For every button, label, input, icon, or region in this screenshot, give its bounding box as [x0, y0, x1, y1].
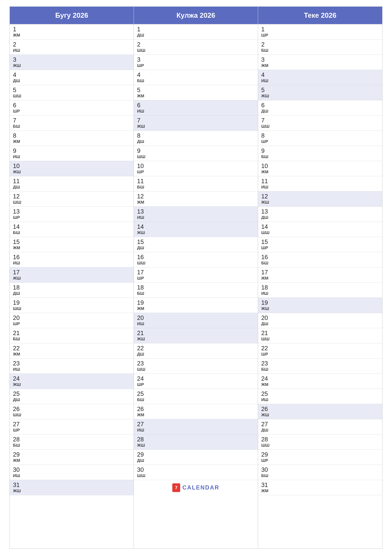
day-label: ШШ [13, 200, 130, 205]
calendar-brand: CALENDAR [134, 480, 258, 495]
day-number: 7 [137, 117, 255, 124]
day-row: 16ШШ [134, 252, 258, 267]
day-number: 8 [261, 132, 379, 139]
day-label: ШШ [261, 230, 379, 235]
day-label: ШР [137, 169, 255, 174]
day-row: 2ШШ [134, 40, 258, 55]
day-label: ЖМ [137, 412, 255, 417]
day-row: 29ШР [258, 450, 382, 465]
day-number: 1 [137, 26, 255, 33]
day-row: 17ЖМ [258, 267, 382, 283]
day-label: ЖШ [13, 276, 130, 281]
day-row: 29ДШ [134, 450, 258, 465]
day-number: 25 [137, 391, 255, 397]
day-label: ЖМ [13, 245, 130, 250]
day-label: ЖМ [261, 169, 379, 174]
day-number: 28 [137, 436, 255, 443]
day-number: 18 [261, 284, 379, 291]
day-number: 13 [137, 208, 255, 215]
day-row: 27ИШ [134, 419, 258, 434]
day-label: ШР [13, 109, 130, 114]
day-number: 10 [261, 163, 379, 169]
day-number: 2 [137, 41, 255, 48]
day-row: 23ШШ [134, 358, 258, 374]
day-label: ИШ [137, 321, 255, 326]
day-label: БШ [13, 336, 130, 341]
day-label: БШ [13, 230, 130, 235]
day-number: 5 [137, 87, 255, 94]
day-label: ЖМ [137, 94, 255, 98]
day-label: ШШ [13, 94, 130, 98]
day-label: ШР [13, 321, 130, 326]
day-number: 10 [137, 163, 255, 169]
day-label: ИШ [261, 397, 379, 402]
day-row: 5ШШ [10, 85, 134, 100]
day-number: 26 [13, 406, 130, 412]
day-label: ЖШ [13, 63, 130, 68]
day-label: ДШ [261, 428, 379, 432]
day-label: ЖШ [137, 230, 255, 235]
day-number: 11 [261, 178, 379, 185]
day-row: 2БШ [258, 40, 382, 55]
day-label: ИШ [13, 154, 130, 159]
day-label: ИШ [261, 78, 379, 83]
day-label: ШР [13, 428, 130, 432]
day-label: ЖШ [261, 200, 379, 205]
day-row: 16ИШ [10, 252, 134, 267]
day-row: 18БШ [134, 283, 258, 298]
day-row: 21БШ [10, 328, 134, 343]
day-row: 22ЖМ [10, 343, 134, 358]
day-row: 11ДШ [10, 176, 134, 191]
day-row: 20ДШ [258, 313, 382, 328]
day-label: ЖШ [137, 336, 255, 341]
day-row: 15ДШ [134, 237, 258, 252]
day-number: 17 [261, 269, 379, 276]
day-number: 27 [137, 421, 255, 428]
day-number: 14 [261, 224, 379, 230]
day-number: 23 [261, 360, 379, 367]
day-label: ЖМ [137, 306, 255, 311]
day-number: 12 [261, 193, 379, 200]
day-row: 19ЖМ [134, 298, 258, 313]
day-number: 28 [261, 436, 379, 443]
day-label: ШШ [13, 306, 130, 311]
day-row: 18ДШ [10, 283, 134, 298]
day-number: 28 [13, 436, 130, 443]
day-row: 7ШШ [258, 116, 382, 131]
day-row: 8ЖМ [10, 131, 134, 146]
day-label: ШШ [137, 48, 255, 53]
day-label: БШ [13, 443, 130, 448]
day-row: 28ШШ [258, 434, 382, 450]
day-row: 9ИШ [10, 146, 134, 161]
day-label: БШ [137, 397, 255, 402]
day-number: 27 [13, 421, 130, 428]
day-label: ЖШ [261, 94, 379, 98]
day-number: 22 [13, 345, 130, 352]
day-label: ДШ [261, 321, 379, 326]
day-label: ИШ [261, 291, 379, 296]
day-row: 25ИШ [258, 389, 382, 404]
day-label: ЖМ [261, 382, 379, 387]
day-label: ИШ [13, 367, 130, 372]
day-number: 3 [13, 57, 130, 63]
day-number: 9 [137, 148, 255, 154]
day-number: 17 [137, 269, 255, 276]
day-label: ИШ [137, 215, 255, 220]
column-0: Бугу 20261ЖМ2ИШ3ЖШ4ДШ5ШШ6ШР7БШ8ЖМ9ИШ10ЖШ… [10, 7, 134, 548]
day-row: 3ШР [134, 55, 258, 70]
day-label: ШШ [261, 443, 379, 448]
day-row: 12ЖМ [134, 191, 258, 207]
day-number: 23 [137, 360, 255, 367]
day-number: 24 [13, 375, 130, 382]
day-label: ЖМ [137, 200, 255, 205]
day-number: 20 [261, 315, 379, 321]
day-row: 4ДШ [10, 70, 134, 85]
day-label: ШШ [137, 261, 255, 265]
day-number: 8 [137, 132, 255, 139]
day-row: 8ШР [258, 131, 382, 146]
day-number: 12 [137, 193, 255, 200]
day-number: 14 [137, 224, 255, 230]
day-label: ШШ [261, 336, 379, 341]
day-row: 14ШШ [258, 222, 382, 237]
day-number: 18 [13, 284, 130, 291]
